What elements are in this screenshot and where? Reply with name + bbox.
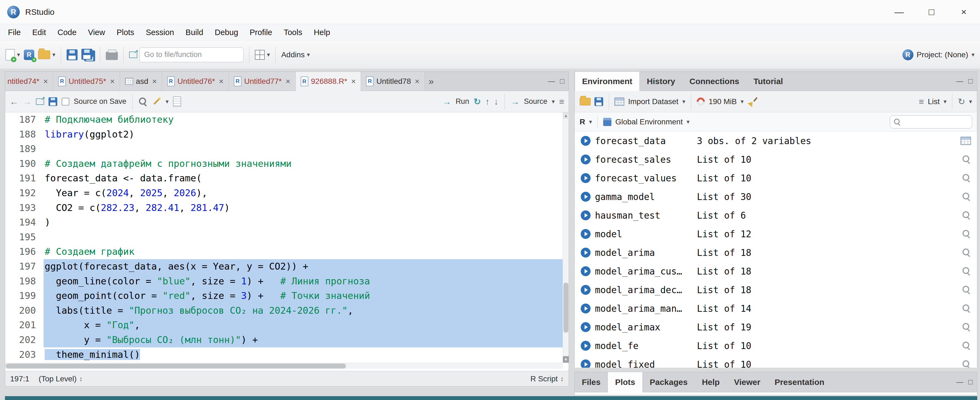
environment-row[interactable]: forecast_salesList of 10 — [575, 150, 977, 169]
pane-minimize-icon[interactable]: — — [548, 77, 555, 86]
document-outline-icon[interactable]: ≡ — [559, 97, 564, 106]
pane-minimize-icon[interactable]: — — [956, 378, 963, 386]
back-icon[interactable]: ← — [10, 97, 18, 106]
chevron-down-icon[interactable]: ▾ — [686, 118, 689, 125]
editor-tab[interactable]: Untitled76*× — [162, 72, 229, 91]
import-dataset-icon[interactable] — [614, 98, 624, 106]
expand-object-icon[interactable] — [581, 341, 590, 351]
run-label[interactable]: Run — [455, 97, 469, 106]
file-type-selector[interactable]: R Script ↕ — [530, 375, 564, 383]
load-workspace-icon[interactable] — [580, 98, 590, 105]
project-selector[interactable]: R Project: (None) ▾ — [902, 49, 975, 60]
chevron-down-icon[interactable]: ▾ — [589, 118, 592, 125]
environment-row[interactable]: forecast_valuesList of 10 — [575, 169, 977, 187]
environment-row[interactable]: gamma_modelList of 30 — [575, 187, 977, 206]
chevron-down-icon[interactable]: ▾ — [969, 98, 972, 105]
scroll-down-icon[interactable]: ▼ — [563, 356, 569, 363]
inspect-object-icon[interactable] — [962, 248, 971, 257]
pane-layout-button[interactable]: ▾ — [255, 50, 270, 60]
chevron-down-icon[interactable]: ▾ — [740, 98, 743, 105]
close-tab-icon[interactable]: × — [415, 77, 420, 86]
close-tab-icon[interactable]: × — [110, 77, 115, 86]
rerun-icon[interactable]: ↻ — [474, 97, 481, 106]
code-line[interactable]: 187# Подключаем библиотеку — [5, 112, 563, 127]
code-line[interactable]: 199 geom_point(color = "red", size = 3) … — [5, 289, 563, 303]
print-button[interactable] — [106, 49, 118, 60]
source-on-save-checkbox[interactable] — [62, 98, 69, 105]
addins-button[interactable]: Addins ▾ — [281, 51, 310, 59]
list-view-label[interactable]: List — [928, 97, 940, 106]
code-tools-icon[interactable] — [152, 97, 161, 106]
previous-section-icon[interactable]: ↑ — [485, 97, 490, 106]
tab-environment[interactable]: Environment — [575, 72, 640, 91]
pane-maximize-icon[interactable]: □ — [968, 77, 973, 86]
expand-object-icon[interactable] — [581, 266, 590, 276]
find-replace-icon[interactable] — [139, 97, 148, 106]
source-icon[interactable]: → — [511, 97, 520, 106]
scope-selector[interactable]: (Top Level) ↕ — [39, 375, 83, 383]
code-line[interactable]: 197ggplot(forecast_data, aes(x = Year, y… — [5, 259, 563, 274]
menu-item-build[interactable]: Build — [180, 24, 209, 41]
code-line[interactable]: 202 y = "Выбросы CO₂ (млн тонн)") + — [5, 333, 563, 348]
expand-object-icon[interactable] — [581, 173, 590, 183]
menu-item-code[interactable]: Code — [52, 24, 82, 41]
close-tab-icon[interactable]: × — [286, 77, 291, 86]
code-line[interactable]: 194) — [5, 215, 563, 230]
environment-row[interactable]: model_arimaList of 18 — [575, 243, 977, 262]
code-line[interactable]: 195 — [5, 230, 563, 244]
inspect-object-icon[interactable] — [962, 304, 971, 313]
horizontal-scrollbar[interactable] — [5, 363, 563, 369]
expand-object-icon[interactable] — [581, 136, 590, 146]
environment-row[interactable]: model_feList of 10 — [575, 337, 977, 355]
editor-tab[interactable]: Untitled77*× — [229, 72, 296, 91]
code-line[interactable]: 189 — [5, 142, 563, 156]
editor-tab[interactable]: ntitled74*× — [5, 72, 53, 91]
inspect-object-icon[interactable] — [962, 341, 971, 350]
environment-row[interactable]: model_arima_man…List of 14 — [575, 299, 977, 318]
expand-object-icon[interactable] — [581, 303, 590, 313]
memory-usage-label[interactable]: 190 MiB — [709, 97, 737, 106]
list-view-icon[interactable]: ≡ — [919, 97, 924, 106]
chevron-down-icon[interactable]: ▾ — [682, 98, 686, 105]
tab-help[interactable]: Help — [695, 372, 727, 392]
editor-tab[interactable]: 926888.R*× — [296, 72, 361, 91]
menu-item-view[interactable]: View — [82, 24, 111, 41]
tab-files[interactable]: Files — [575, 372, 608, 392]
environment-search-input[interactable] — [904, 117, 969, 126]
goto-file-input[interactable] — [140, 48, 243, 62]
open-file-button[interactable]: ▾ — [38, 51, 56, 59]
close-tab-icon[interactable]: × — [351, 77, 356, 86]
expand-object-icon[interactable] — [581, 192, 590, 202]
tab-overflow-button[interactable]: » — [425, 72, 438, 91]
save-all-button[interactable] — [81, 49, 95, 61]
editor-tab[interactable]: Untitled75*× — [53, 72, 120, 91]
tab-plots[interactable]: Plots — [608, 372, 643, 392]
tab-history[interactable]: History — [640, 72, 682, 91]
scroll-up-icon[interactable]: ▲ — [563, 112, 569, 119]
clear-objects-icon[interactable] — [747, 97, 757, 106]
source-label[interactable]: Source — [524, 97, 547, 106]
code-area[interactable]: 187# Подключаем библиотеку188library(ggp… — [5, 112, 563, 363]
run-icon[interactable]: → — [442, 97, 451, 106]
code-line[interactable]: 193 CO2 = c(282.23, 282.41, 281.47) — [5, 200, 563, 215]
editor-tab[interactable]: asd× — [120, 72, 162, 91]
show-in-new-window-icon[interactable] — [36, 98, 44, 105]
menu-item-file[interactable]: File — [2, 24, 27, 41]
chevron-down-icon[interactable]: ▾ — [943, 98, 947, 105]
new-project-button[interactable] — [24, 49, 34, 60]
code-line[interactable]: 191forecast_data <- data.frame( — [5, 171, 563, 186]
refresh-icon[interactable]: ↻ — [958, 97, 965, 106]
inspect-object-icon[interactable] — [962, 267, 971, 276]
vertical-scrollbar[interactable]: ▲ ▼ — [563, 112, 569, 363]
inspect-object-icon[interactable] — [962, 360, 971, 368]
inspect-object-icon[interactable] — [962, 211, 971, 220]
code-line[interactable]: 200 labs(title = "Прогноз выбросов CO₂ н… — [5, 303, 563, 318]
expand-object-icon[interactable] — [581, 285, 590, 295]
close-tab-icon[interactable]: × — [43, 77, 48, 86]
expand-object-icon[interactable] — [581, 248, 590, 257]
expand-object-icon[interactable] — [581, 154, 590, 164]
chevron-down-icon[interactable]: ▾ — [552, 98, 555, 105]
inspect-object-icon[interactable] — [962, 230, 971, 238]
new-file-button[interactable]: ▾ — [5, 49, 20, 60]
global-environment-selector[interactable]: Global Environment — [615, 117, 682, 126]
